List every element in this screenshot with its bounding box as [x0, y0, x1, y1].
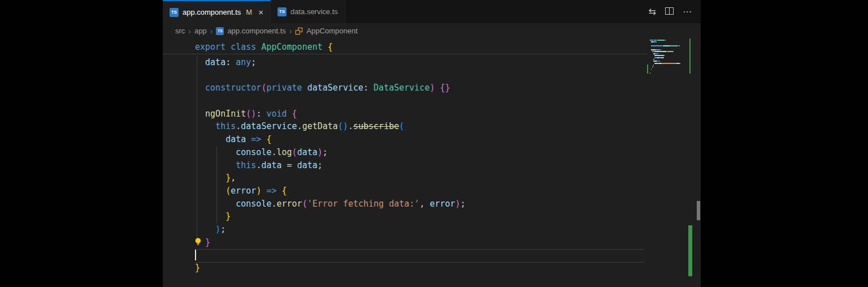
tab-label: app.component.ts [183, 8, 241, 16]
breadcrumb-item-src[interactable]: src [175, 27, 185, 35]
breadcrumb-item-file[interactable]: app.component.ts [227, 27, 285, 35]
class-symbol-icon [295, 27, 303, 35]
breadcrumb-item-app[interactable]: app [194, 27, 207, 35]
code-token [323, 42, 328, 52]
code-token: ) [215, 224, 220, 234]
code-token: . [271, 199, 276, 209]
minimap-line [650, 44, 680, 45]
text-cursor [195, 250, 196, 260]
code-line[interactable]: } [163, 236, 647, 249]
code-token [246, 134, 251, 144]
code-token: . [236, 121, 241, 131]
tab-label: data.service.ts [290, 7, 338, 16]
minimap-content [650, 40, 680, 74]
code-token: ; [323, 147, 328, 157]
code-line[interactable]: } [163, 262, 647, 275]
tab-app-component[interactable]: TS app.component.ts M × [163, 0, 271, 23]
split-editor-icon-svg [665, 7, 674, 15]
code-token: log [277, 147, 292, 157]
git-modified-badge: M [246, 8, 252, 16]
minimap-line [650, 48, 680, 49]
code-line[interactable]: (error) => { [163, 185, 647, 198]
code-token: = [282, 160, 297, 170]
minimap-line [650, 51, 680, 52]
code-token: { [266, 134, 271, 144]
code-line[interactable]: data => { [163, 133, 647, 146]
minimap-added-indicator [647, 65, 648, 74]
tab-bar: TS app.component.ts M × TS data.service.… [163, 0, 701, 23]
code-token: ; [461, 199, 466, 209]
code-token: DataService [374, 83, 429, 93]
minimap-line [650, 66, 680, 67]
code-line[interactable]: this.dataService.getData().subscribe( [163, 120, 647, 133]
code-token: ; [318, 160, 323, 170]
code-token [225, 42, 231, 52]
code-token [277, 186, 282, 196]
code-token: this [236, 160, 256, 170]
code-token: dataService [241, 121, 297, 131]
code-line[interactable]: } [163, 210, 647, 223]
code-area[interactable]: data: any; constructor(private dataServi… [163, 38, 701, 287]
code-token: data [297, 160, 318, 170]
code-line[interactable]: ngOnInit(): void { [163, 108, 647, 121]
tab-data-service[interactable]: TS data.service.ts [271, 0, 345, 23]
sticky-scroll-line[interactable]: export class AppComponent { [163, 40, 647, 54]
code-line[interactable]: constructor(private dataService: DataSer… [163, 82, 647, 95]
code-token: data [205, 57, 225, 67]
code-token: { [328, 42, 333, 52]
code-token: ( [338, 121, 343, 131]
minimap-line [650, 49, 680, 50]
minimap-line [650, 41, 680, 42]
code-line[interactable]: ); [163, 223, 647, 236]
minimap-line [650, 65, 680, 66]
minimap-line [650, 55, 680, 56]
code-token [195, 186, 225, 196]
code-token: } [225, 173, 231, 183]
code-token: ( [399, 121, 404, 131]
code-line[interactable] [163, 69, 647, 82]
code-token: ; [220, 224, 225, 234]
code-token: { [282, 186, 287, 196]
minimap[interactable] [647, 38, 682, 112]
minimap-line [650, 68, 680, 70]
minimap-line [650, 59, 680, 60]
code-token [195, 211, 225, 221]
code-token: : [256, 109, 266, 119]
code-token: : [225, 57, 236, 67]
code-token: error [429, 199, 455, 209]
code-token: . [271, 147, 276, 157]
code-line[interactable] [163, 249, 647, 262]
lightbulb-icon[interactable] [194, 237, 202, 249]
code-token: any [236, 57, 251, 67]
code-token: ; [251, 57, 256, 67]
chevron-right-icon: › [289, 27, 292, 36]
code-token [302, 83, 307, 93]
scrollbar-thumb[interactable] [697, 201, 700, 220]
code-line[interactable]: }, [163, 172, 647, 185]
code-line[interactable]: console.log(data); [163, 146, 647, 159]
breadcrumb-item-symbol[interactable]: AppComponent [306, 27, 357, 35]
code-token: ) [343, 121, 348, 131]
minimap-line [650, 53, 680, 54]
code-token [195, 147, 236, 157]
code-line[interactable]: data: any; [163, 56, 647, 69]
code-token: ngOnInit [205, 109, 246, 119]
code-line[interactable]: console.error('Error fetching data:', er… [163, 198, 647, 211]
code-token: { [292, 109, 297, 119]
close-icon[interactable]: × [258, 8, 263, 16]
split-editor-icon[interactable] [665, 7, 674, 16]
open-changes-icon[interactable]: ⇆ [649, 7, 656, 16]
code-line[interactable] [163, 95, 647, 108]
typescript-file-icon: TS [277, 7, 287, 16]
code-token: . [348, 121, 353, 131]
minimap-line [650, 63, 680, 64]
code-token: private [266, 83, 302, 93]
code-token: console [236, 199, 271, 209]
code-line[interactable]: this.data = data; [163, 159, 647, 172]
editor-actions: ⇆ ⋯ [649, 0, 701, 23]
more-actions-icon[interactable]: ⋯ [683, 7, 692, 16]
code-token: export [195, 42, 225, 52]
code-token: } [225, 211, 231, 221]
code-lines: data: any; constructor(private dataServi… [163, 56, 647, 275]
code-token: void [266, 109, 287, 119]
